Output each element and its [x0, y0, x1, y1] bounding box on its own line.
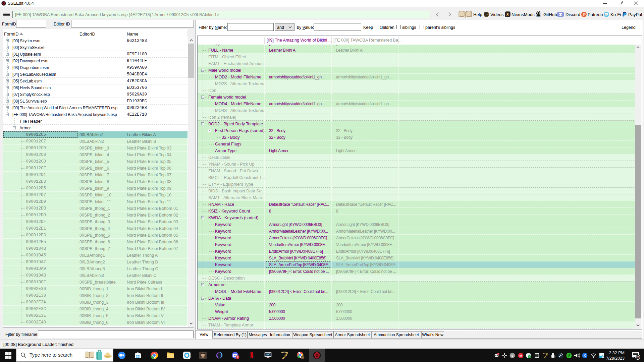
svg-text:GP: GP: [485, 13, 488, 16]
svg-text:20: 20: [636, 356, 639, 359]
svg-text:M: M: [520, 354, 522, 357]
svg-text:2: 2: [237, 356, 238, 359]
svg-text:S: S: [511, 354, 513, 357]
